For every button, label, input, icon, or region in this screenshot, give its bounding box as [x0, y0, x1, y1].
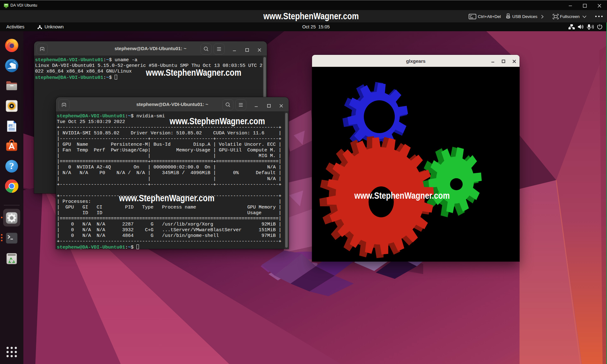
svg-text:?: ? [9, 161, 14, 171]
